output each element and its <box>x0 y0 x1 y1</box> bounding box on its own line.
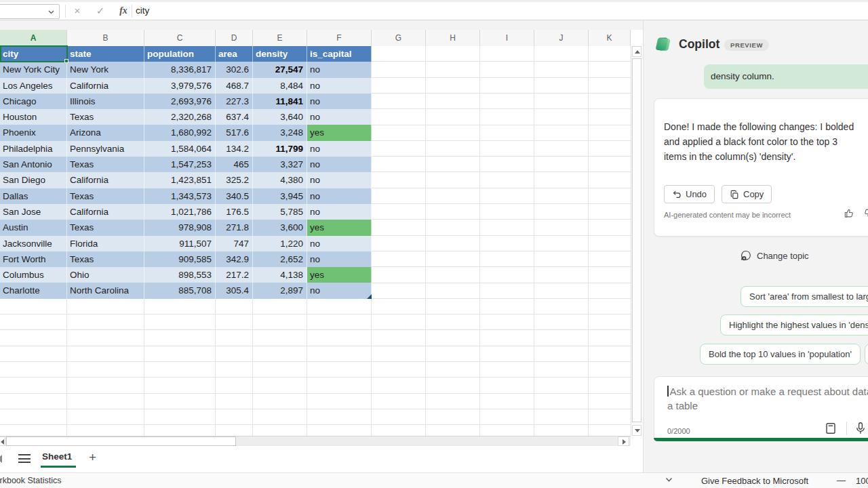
cell-is_capital[interactable]: no <box>307 157 372 172</box>
table-header-cell[interactable]: area <box>216 46 253 62</box>
cell-state[interactable]: Texas <box>67 109 144 125</box>
cell-population[interactable]: 2,320,268 <box>144 109 216 125</box>
column-header-F[interactable]: F <box>307 30 372 46</box>
column-header-E[interactable]: E <box>253 30 307 46</box>
cell-is_capital[interactable]: no <box>307 251 372 267</box>
cell-area[interactable]: 517.6 <box>216 125 253 140</box>
cell-population[interactable]: 978,908 <box>144 220 216 235</box>
cell-city[interactable]: San Jose <box>0 204 67 220</box>
column-header-D[interactable]: D <box>216 30 253 46</box>
horizontal-scrollbar[interactable] <box>0 436 631 446</box>
cell-density[interactable]: 27,547 <box>253 62 307 77</box>
notebook-icon[interactable] <box>824 422 837 435</box>
table-header-cell[interactable]: population <box>144 46 216 62</box>
cell-population[interactable]: 1,680,992 <box>144 125 216 140</box>
chevron-down-icon[interactable] <box>665 477 673 483</box>
cell-is_capital[interactable]: no <box>307 283 372 298</box>
cell-city[interactable]: Austin <box>0 220 67 235</box>
sheet-nav-left-icon[interactable] <box>0 455 2 463</box>
table-header-cell[interactable]: density <box>253 46 307 62</box>
horizontal-scroll-thumb[interactable] <box>6 436 236 446</box>
thumbs-up-icon[interactable] <box>844 207 855 219</box>
cell-area[interactable]: 747 <box>216 236 253 251</box>
cell-is_capital[interactable]: no <box>307 141 372 157</box>
cell-city[interactable]: Fort Worth <box>0 251 67 267</box>
cell-state[interactable]: California <box>67 172 144 188</box>
scroll-right-button[interactable] <box>618 436 629 446</box>
cell-area[interactable]: 134.2 <box>216 141 253 157</box>
tab-sheet1[interactable]: Sheet1 <box>42 451 72 462</box>
vertical-scrollbar[interactable] <box>631 46 642 436</box>
cell-is_capital[interactable]: no <box>307 236 372 251</box>
cell-population[interactable]: 3,979,576 <box>144 78 216 94</box>
all-sheets-menu-icon[interactable] <box>18 454 31 466</box>
cell-state[interactable]: Texas <box>67 157 144 172</box>
cell-city[interactable]: Los Angeles <box>0 78 67 94</box>
cell-is_capital[interactable]: yes <box>307 220 372 235</box>
cell-state[interactable]: Texas <box>67 188 144 204</box>
cell-area[interactable]: 468.7 <box>216 78 253 94</box>
suggestion-pill[interactable]: Sort 'area' from smallest to largest <box>741 286 868 307</box>
cell-state[interactable]: California <box>67 204 144 220</box>
cell-city[interactable]: Columbus <box>0 267 67 283</box>
cell-city[interactable]: San Antonio <box>0 157 67 172</box>
cell-area[interactable]: 342.9 <box>216 251 253 267</box>
cell-population[interactable]: 885,708 <box>144 283 216 298</box>
cell-density[interactable]: 3,248 <box>253 125 307 140</box>
zoom-level[interactable]: 100% <box>856 476 868 486</box>
cell-city[interactable]: Philadelphia <box>0 141 67 157</box>
cell-density[interactable]: 5,785 <box>253 204 307 220</box>
column-header-H[interactable]: H <box>426 30 480 46</box>
scroll-left-button[interactable] <box>0 436 5 446</box>
cell-state[interactable]: Texas <box>67 251 144 267</box>
copy-button[interactable]: Copy <box>722 185 772 203</box>
table-header-cell[interactable]: city <box>0 46 67 62</box>
cell-area[interactable]: 637.4 <box>216 109 253 125</box>
cancel-icon[interactable]: × <box>68 2 87 20</box>
workbook-statistics-button[interactable]: Workbook Statistics <box>0 476 62 485</box>
cell-city[interactable]: Charlotte <box>0 283 67 298</box>
cell-density[interactable]: 3,640 <box>253 109 307 125</box>
insert-function-icon[interactable]: fx <box>114 2 133 20</box>
cell-density[interactable]: 11,799 <box>253 141 307 157</box>
cell-state[interactable]: Illinois <box>67 94 144 109</box>
cell-city[interactable]: San Diego <box>0 172 67 188</box>
scroll-up-button[interactable] <box>632 46 642 57</box>
cell-population[interactable]: 1,423,851 <box>144 172 216 188</box>
column-header-J[interactable]: J <box>534 30 589 46</box>
microphone-icon[interactable] <box>854 422 867 435</box>
cell-is_capital[interactable]: no <box>307 78 372 94</box>
column-header-C[interactable]: C <box>144 30 216 46</box>
column-header-K[interactable]: K <box>589 30 631 46</box>
cell-density[interactable]: 3,945 <box>253 188 307 204</box>
zoom-out-button[interactable]: — <box>837 475 846 485</box>
column-header-A[interactable]: A <box>0 30 67 46</box>
cell-population[interactable]: 898,553 <box>144 267 216 283</box>
cell-is_capital[interactable]: no <box>307 172 372 188</box>
cell-density[interactable]: 4,380 <box>253 172 307 188</box>
cell-state[interactable]: North Carolina <box>67 283 144 298</box>
add-sheet-button[interactable]: + <box>89 450 96 465</box>
cell-population[interactable]: 1,343,573 <box>144 188 216 204</box>
cell-city[interactable]: New York City <box>0 62 67 77</box>
cell-population[interactable]: 1,547,253 <box>144 157 216 172</box>
cell-state[interactable]: California <box>67 78 144 94</box>
vertical-scroll-thumb[interactable] <box>632 58 642 422</box>
cell-density[interactable]: 4,138 <box>253 267 307 283</box>
cell-density[interactable]: 3,600 <box>253 220 307 235</box>
cell-population[interactable]: 911,507 <box>144 236 216 251</box>
cell-state[interactable]: Texas <box>67 220 144 235</box>
column-header-I[interactable]: I <box>480 30 534 46</box>
cell-population[interactable]: 909,585 <box>144 251 216 267</box>
cell-population[interactable]: 1,021,786 <box>144 204 216 220</box>
suggestion-pill-partial[interactable] <box>865 344 868 365</box>
cell-state[interactable]: Arizona <box>67 125 144 140</box>
cell-density[interactable]: 1,220 <box>253 236 307 251</box>
column-header-G[interactable]: G <box>372 30 426 46</box>
cell-area[interactable]: 302.6 <box>216 62 253 77</box>
cell-density[interactable]: 2,897 <box>253 283 307 298</box>
cell-state[interactable]: Ohio <box>67 267 144 283</box>
cell-population[interactable]: 2,693,976 <box>144 94 216 109</box>
cell-density[interactable]: 3,327 <box>253 157 307 172</box>
cell-area[interactable]: 176.5 <box>216 204 253 220</box>
